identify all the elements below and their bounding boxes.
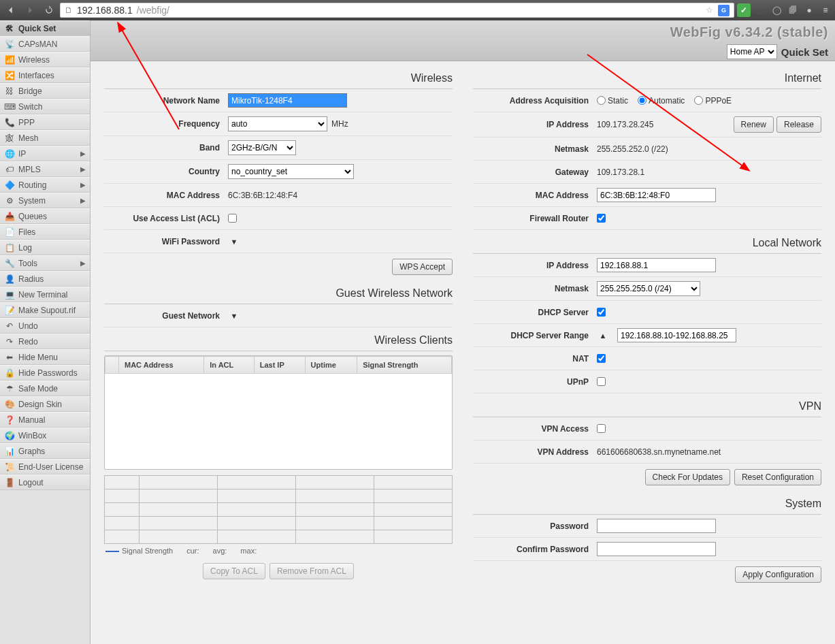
sidebar-item-new-terminal[interactable]: 💻New Terminal [0, 287, 90, 302]
frequency-select[interactable]: auto [228, 116, 327, 131]
sidebar-item-label: Tools [18, 259, 37, 268]
extension-circle-icon[interactable]: ◯ [770, 3, 783, 17]
clients-col-uptime[interactable]: Uptime [305, 357, 357, 374]
band-select[interactable]: 2GHz-B/G/N [228, 140, 296, 155]
nat-checkbox[interactable] [597, 354, 606, 363]
radio-static[interactable]: Static [597, 96, 628, 106]
wps-accept-button[interactable]: WPS Accept [392, 259, 453, 275]
firewall-checkbox[interactable] [597, 214, 606, 223]
main-content: WebFig v6.34.2 (stable) Home AP Quick Se… [91, 20, 835, 644]
copy-to-acl-button[interactable]: Copy To ACL [203, 563, 265, 579]
clients-col-signal[interactable]: Signal Strength [357, 357, 452, 374]
lan-netmask-select[interactable]: 255.255.255.0 (/24) [597, 281, 700, 296]
vpn-access-checkbox[interactable] [597, 424, 606, 433]
sidebar-item-make-supout-rif[interactable]: 📝Make Supout.rif [0, 302, 90, 318]
sidebar-icon: 💻 [4, 289, 15, 300]
sidebar-item-hide-menu[interactable]: ⬅Hide Menu [0, 349, 90, 365]
sidebar-item-safe-mode[interactable]: ☂Safe Mode [0, 381, 90, 396]
release-button[interactable]: Release [776, 116, 821, 133]
sidebar-item-capsman[interactable]: 📡CAPsMAN [0, 36, 90, 52]
menu-icon[interactable]: ≡ [819, 3, 832, 17]
clients-col-acl[interactable]: In ACL [204, 357, 254, 374]
confirm-password-input[interactable] [597, 542, 716, 556]
sidebar-item-redo[interactable]: ↷Redo [0, 334, 90, 349]
mode-select[interactable]: Home AP [727, 44, 777, 59]
translate-icon[interactable]: G [718, 5, 730, 16]
guest-network-expand-icon[interactable]: ▼ [228, 312, 240, 320]
sidebar-item-label: Undo [18, 321, 38, 331]
forward-button[interactable] [22, 2, 38, 18]
star-icon[interactable]: ☆ [704, 5, 715, 16]
radio-pppoe[interactable]: PPPoE [694, 96, 732, 106]
page-title: Quick Set [781, 46, 828, 58]
sidebar-item-winbox[interactable]: 🌍WinBox [0, 428, 90, 443]
extension-check-icon[interactable]: ✓ [737, 3, 751, 17]
upnp-checkbox[interactable] [597, 377, 606, 386]
sidebar-item-mpls[interactable]: 🏷MPLS▶ [0, 161, 90, 177]
sidebar-item-logout[interactable]: 🚪Logout [0, 474, 90, 490]
sidebar-item-end-user-license[interactable]: 📜End-User License [0, 459, 90, 474]
url-host: 192.168.88.1 [77, 5, 133, 16]
sidebar-item-label: Safe Mode [18, 384, 58, 393]
remove-from-acl-button[interactable]: Remove From ACL [269, 563, 354, 579]
sidebar-item-manual[interactable]: ❓Manual [0, 412, 90, 428]
extension-pocket-icon[interactable]: ◡ [753, 3, 767, 17]
url-bar[interactable]: 🗋 192.168.88.1/webfig/ ☆ G [60, 3, 734, 18]
sidebar-icon: 📶 [4, 54, 15, 65]
sidebar-item-mesh[interactable]: 🕸Mesh [0, 130, 90, 146]
extension-globe-icon[interactable]: ● [802, 3, 816, 17]
password-input[interactable] [597, 519, 716, 533]
sidebar-item-label: Logout [18, 478, 44, 487]
sidebar-item-design-skin[interactable]: 🎨Design Skin [0, 396, 90, 412]
sidebar-item-system[interactable]: ⚙System▶ [0, 193, 90, 208]
reset-config-button[interactable]: Reset Configuration [734, 469, 821, 485]
chevron-right-icon: ▶ [80, 181, 86, 189]
renew-button[interactable]: Renew [734, 116, 774, 133]
sidebar-icon: 🔷 [4, 180, 15, 191]
extension-clip-icon[interactable]: 🗐 [786, 3, 800, 17]
internet-ip-label: IP Address [473, 120, 589, 129]
clients-col-empty [105, 357, 119, 374]
sidebar-item-switch[interactable]: ⌨Switch [0, 99, 90, 114]
sidebar-icon: 📞 [4, 117, 15, 128]
sidebar-item-label: Design Skin [18, 400, 62, 409]
dhcp-server-checkbox[interactable] [597, 308, 606, 317]
vpn-address-label: VPN Address [473, 447, 589, 457]
acl-checkbox[interactable] [228, 214, 237, 223]
sidebar-item-files[interactable]: 📄Files [0, 224, 90, 240]
apply-config-button[interactable]: Apply Configuration [735, 566, 821, 583]
dhcp-range-collapse-icon[interactable]: ▲ [597, 332, 609, 340]
sidebar-item-label: Radius [18, 274, 44, 284]
clients-col-lastip[interactable]: Last IP [254, 357, 305, 374]
radio-automatic[interactable]: Automatic [638, 96, 685, 106]
sidebar-icon: 🔀 [4, 70, 15, 81]
sidebar-item-ppp[interactable]: 📞PPP [0, 114, 90, 130]
sidebar-item-ip[interactable]: 🌐IP▶ [0, 146, 90, 161]
lan-section-title: Local Network [473, 233, 821, 254]
network-name-input[interactable] [228, 93, 347, 108]
sidebar-item-wireless[interactable]: 📶Wireless [0, 52, 90, 67]
sidebar-item-label: Hide Menu [18, 353, 58, 362]
reload-button[interactable] [41, 2, 57, 18]
internet-netmask-value: 255.255.252.0 (/22) [597, 144, 668, 154]
clients-col-mac[interactable]: MAC Address [119, 357, 204, 374]
back-button[interactable] [3, 2, 19, 18]
sidebar-item-tools[interactable]: 🔧Tools▶ [0, 255, 90, 271]
sidebar-item-routing[interactable]: 🔷Routing▶ [0, 177, 90, 193]
country-select[interactable]: no_country_set [228, 164, 354, 179]
sidebar-item-undo[interactable]: ↶Undo [0, 318, 90, 334]
check-updates-button[interactable]: Check For Updates [645, 469, 730, 485]
internet-mac-input[interactable] [597, 188, 716, 202]
sidebar-item-label: Redo [18, 337, 38, 347]
wifi-password-expand-icon[interactable]: ▼ [228, 238, 240, 246]
sidebar-item-log[interactable]: 📋Log [0, 240, 90, 255]
sidebar-item-queues[interactable]: 📥Queues [0, 208, 90, 224]
sidebar-item-interfaces[interactable]: 🔀Interfaces [0, 67, 90, 83]
sidebar-item-radius[interactable]: 👤Radius [0, 271, 90, 287]
sidebar-item-hide-passwords[interactable]: 🔒Hide Passwords [0, 365, 90, 381]
lan-ip-input[interactable] [597, 258, 716, 272]
dhcp-range-input[interactable] [617, 328, 736, 342]
sidebar-item-bridge[interactable]: ⛓Bridge [0, 83, 90, 99]
sidebar-item-graphs[interactable]: 📊Graphs [0, 443, 90, 459]
sidebar-item-quick-set[interactable]: 🛠Quick Set [0, 20, 90, 36]
